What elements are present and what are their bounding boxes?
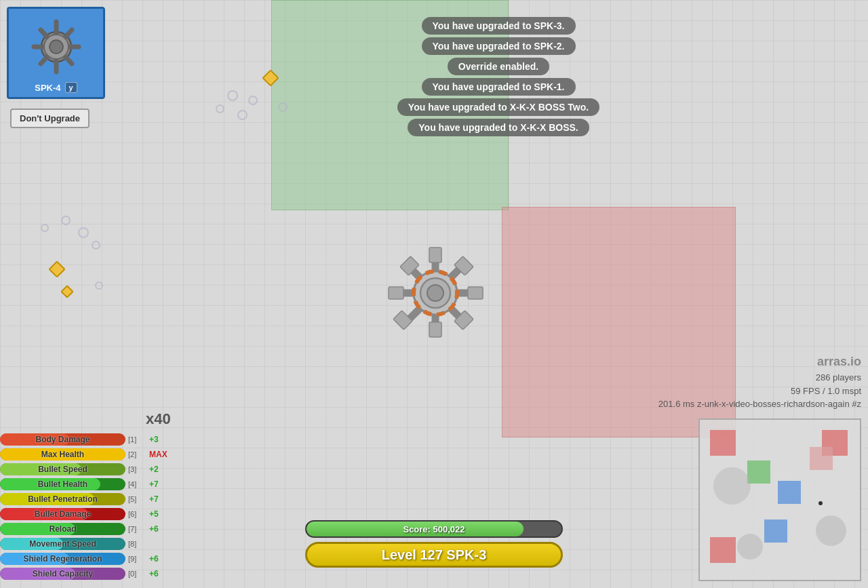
- svg-rect-21: [468, 287, 483, 299]
- stat-key: [5]: [128, 495, 147, 503]
- stat-bonus: +5: [149, 509, 168, 519]
- svg-rect-25: [389, 287, 403, 299]
- stat-bonus: +6: [149, 569, 168, 579]
- minimap: [698, 418, 861, 581]
- minimap-player-dot: [818, 501, 823, 505]
- stat-label: Bullet Health: [38, 479, 87, 489]
- circle-shape: [61, 216, 71, 225]
- stat-label: Shield Capacity: [33, 569, 93, 579]
- upgrade-msg-0: You have upgraded to SPK-3.: [422, 17, 576, 35]
- stat-bar-bg: Bullet Damage: [0, 508, 125, 520]
- stat-bonus: +6: [149, 554, 168, 564]
- svg-rect-19: [429, 248, 441, 262]
- stat-key: [9]: [128, 555, 147, 563]
- stat-key: [8]: [128, 540, 147, 548]
- svg-point-30: [427, 285, 443, 301]
- upgrade-msg-4: You have upgraded to X-K-X BOSS Two.: [397, 98, 599, 116]
- stat-row-bullet-penetration: Bullet Penetration[5]+7: [0, 492, 171, 507]
- level-bar: Level 127 SPK-3: [305, 542, 563, 568]
- stat-label: Body Damage: [35, 435, 90, 444]
- minimap-red-1: [710, 430, 736, 456]
- circle-shape: [227, 90, 238, 101]
- fps-display: 59 FPS / 1.0 mspt: [658, 385, 861, 398]
- stat-bar-bg: Shield Capacity: [0, 568, 125, 580]
- player-tank-svg: [383, 241, 488, 346]
- stat-bonus: +7: [149, 494, 168, 504]
- stat-row-bullet-health: Bullet Health[4]+7: [0, 477, 171, 492]
- stat-row-body-damage: Body Damage[1]+3: [0, 432, 171, 447]
- stat-row-reload: Reload[7]+6: [0, 522, 171, 536]
- stat-bar-bg: Max Health: [0, 448, 125, 460]
- stat-bar-bg: Movement Speed: [0, 538, 125, 550]
- stat-key: [4]: [128, 480, 147, 488]
- upgrade-msg-1: You have upgraded to SPK-2.: [422, 37, 576, 55]
- stat-label: Reload: [49, 524, 76, 534]
- tank-key-badge: y: [65, 82, 77, 93]
- stat-row-shield-capacity: Shield Capacity[0]+6: [0, 566, 171, 581]
- minimap-green-1: [747, 460, 770, 484]
- stat-label: Max Health: [41, 450, 84, 459]
- stat-bar-bg: Bullet Health: [0, 478, 125, 490]
- stat-key: [3]: [128, 465, 147, 473]
- stat-bar-bg: Reload: [0, 523, 125, 535]
- upgrade-msg-5: You have upgraded to X-K-X BOSS.: [408, 119, 589, 136]
- stat-label: Bullet Damage: [35, 509, 91, 519]
- circle-shape: [92, 241, 100, 250]
- circle-shape: [41, 224, 49, 232]
- players-count: 286 players: [658, 371, 861, 385]
- stat-bar-bg: Shield Regeneration: [0, 553, 125, 565]
- game-title: arras.io: [658, 353, 861, 371]
- stat-key: [0]: [128, 570, 147, 578]
- stat-row-movement-speed: Movement Speed[8]: [0, 536, 171, 551]
- player-tank: [383, 241, 492, 349]
- stat-row-shield-regeneration: Shield Regeneration[9]+6: [0, 551, 171, 566]
- stat-row-bullet-speed: Bullet Speed[3]+2: [0, 462, 171, 477]
- info-panel: arras.io 286 players 59 FPS / 1.0 mspt 2…: [658, 353, 861, 411]
- tank-name-label: SPK-4: [35, 83, 60, 93]
- minimap-gray-2: [737, 534, 763, 560]
- stats-rows: Body Damage[1]+3Max Health[2]MAXBullet S…: [0, 432, 171, 581]
- upgrade-messages: You have upgraded to SPK-3. You have upg…: [264, 17, 732, 136]
- stat-bonus: +7: [149, 479, 168, 489]
- score-bar: Score: 500,022: [305, 520, 563, 538]
- stat-bonus: +2: [149, 465, 168, 474]
- tank-icon-svg: [19, 16, 94, 77]
- stat-label: Bullet Speed: [38, 465, 87, 474]
- stat-bonus: +6: [149, 524, 168, 534]
- tank-icon-inner: [16, 13, 97, 81]
- stat-key: [2]: [128, 450, 147, 458]
- ping-display: 201.6 ms z-unk-x-video-bosses-richardson…: [658, 397, 861, 411]
- bottom-bars: Score: 500,022 Level 127 SPK-3: [305, 520, 563, 568]
- upgrade-msg-2: Override enabled.: [448, 58, 549, 75]
- score-label: Score: 500,022: [403, 524, 465, 534]
- stat-bar-bg: Bullet Penetration: [0, 493, 125, 505]
- minimap-blue-1: [778, 481, 801, 504]
- minimap-blue-2: [764, 520, 787, 543]
- tank-icon-box: SPK-4 y: [7, 7, 105, 99]
- stat-bar-bg: Body Damage: [0, 433, 125, 446]
- diamond-shape: [60, 285, 74, 298]
- stats-panel: x40 Body Damage[1]+3Max Health[2]MAXBull…: [0, 410, 171, 581]
- stat-row-bullet-damage: Bullet Damage[6]+5: [0, 507, 171, 522]
- circle-shape: [237, 110, 248, 120]
- minimap-gray-3: [713, 467, 751, 505]
- minimap-gray-1: [816, 515, 846, 546]
- minimap-red-3: [710, 537, 736, 563]
- dont-upgrade-button[interactable]: Don't Upgrade: [10, 109, 90, 128]
- diamond-shape: [48, 260, 65, 277]
- stat-row-max-health: Max Health[2]MAX: [0, 447, 171, 462]
- stat-label: Bullet Penetration: [28, 494, 98, 504]
- stat-bonus: +3: [149, 435, 168, 444]
- stat-bonus: MAX: [149, 450, 168, 459]
- svg-point-10: [50, 40, 63, 54]
- multiplier-label: x40: [146, 410, 171, 428]
- svg-rect-24: [393, 311, 412, 330]
- svg-rect-23: [429, 322, 441, 337]
- circle-shape: [95, 281, 103, 290]
- upgrade-msg-3: You have upgraded to SPK-1.: [422, 78, 576, 96]
- stat-bar-bg: Bullet Speed: [0, 463, 125, 475]
- stat-key: [1]: [128, 435, 147, 444]
- stat-key: [7]: [128, 525, 147, 533]
- circle-shape: [78, 227, 89, 238]
- stat-key: [6]: [128, 510, 147, 518]
